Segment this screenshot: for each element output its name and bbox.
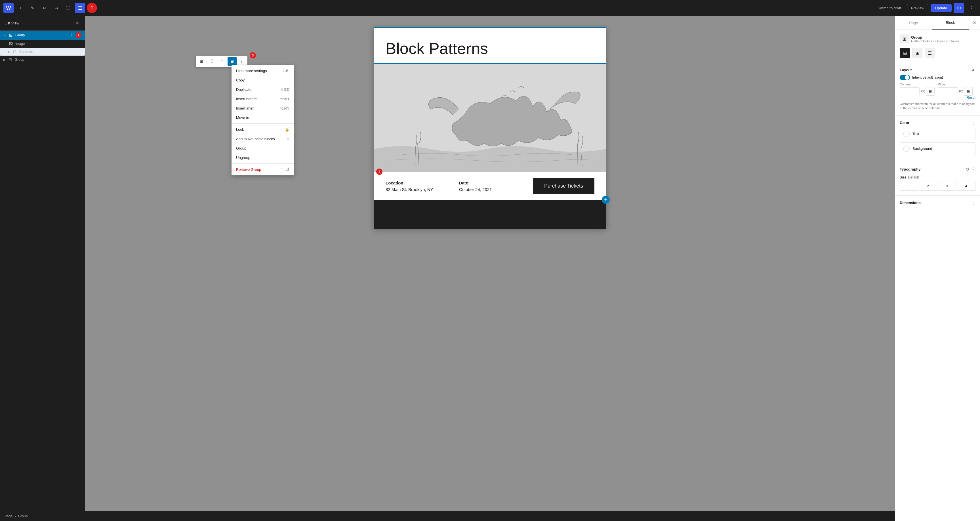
- layout-stack-icon-button[interactable]: ☰: [925, 48, 935, 58]
- text-color-dot: [904, 131, 910, 137]
- details-button[interactable]: ⓘ: [63, 3, 73, 13]
- group-block-type-icon: ⊞: [900, 34, 909, 43]
- update-button[interactable]: Update: [931, 4, 951, 12]
- text-color-row[interactable]: Text: [900, 128, 975, 140]
- menu-item-remove-group[interactable]: 4 Remove Group ⌃⌥Z: [232, 165, 294, 174]
- sidebar-close-button[interactable]: ✕: [74, 19, 80, 27]
- menu-item-add-reusable[interactable]: Add to Reusable blocks ◇: [232, 134, 294, 143]
- left-sidebar: List View ✕ ▼ ⊞ Group ⋮ 2 🖼 Image ▶ ⊟ Co…: [0, 16, 85, 521]
- add-block-button[interactable]: +: [15, 3, 25, 13]
- menu-item-hide-settings[interactable]: Hide more settings ⇧⌘,: [232, 66, 294, 75]
- layout-row-icon-button[interactable]: ⊞: [912, 48, 923, 58]
- layout-collapse-button[interactable]: ▲: [971, 67, 975, 72]
- badge-3-label: 3: [252, 54, 254, 57]
- wide-width-input[interactable]: [938, 88, 958, 96]
- menu-shortcut-insert-after: ⌥⌘Y: [280, 107, 290, 110]
- dimensions-options-button[interactable]: ⋮: [971, 200, 975, 206]
- group-block-name: Group: [911, 35, 975, 40]
- menu-item-copy[interactable]: Copy: [232, 75, 294, 85]
- move-up-button[interactable]: ⌃: [217, 57, 226, 66]
- menu-item-duplicate[interactable]: Duplicate ⇧⌘D: [232, 85, 294, 94]
- reset-typography-button[interactable]: ↺: [966, 167, 969, 172]
- font-size-3-button[interactable]: 3: [938, 182, 956, 191]
- breadcrumb-group[interactable]: Group: [18, 514, 27, 518]
- page-image-block: [374, 64, 606, 172]
- font-size-4-button[interactable]: 4: [957, 182, 975, 191]
- toolbar-divider-2: [227, 58, 227, 65]
- wordpress-logo: W: [3, 3, 14, 13]
- group2-block-icon: ⊞: [7, 57, 13, 62]
- content-width-input[interactable]: [900, 88, 920, 96]
- menu-item-group-items[interactable]: Group: [232, 143, 294, 153]
- menu-item-insert-after[interactable]: Insert after ⌥⌘Y: [232, 104, 294, 113]
- menu-item-hide-settings-label: Hide more settings: [236, 69, 267, 73]
- sidebar-item-columns[interactable]: ▶ ⊟ Columns: [0, 48, 85, 56]
- menu-item-ungroup-label: Ungroup: [236, 156, 250, 160]
- sidebar-group-label: Group: [15, 33, 68, 37]
- sidebar-group2-label: Group: [15, 57, 81, 62]
- top-toolbar: W + ✎ ↩ ↪ ⓘ ☰ 1 Switch to draft Preview …: [0, 0, 980, 16]
- align-button[interactable]: ▣: [228, 57, 237, 66]
- wide-width-label: Wide: [938, 83, 973, 86]
- typography-controls: ↺ ⋮: [966, 167, 975, 172]
- breadcrumb-bar: Page › Group: [0, 511, 895, 521]
- page-title: Block Patterns: [374, 27, 606, 64]
- dimensions-title: Dimensions: [900, 201, 921, 205]
- menu-item-lock-label: Lock: [236, 127, 244, 132]
- right-sidebar: Page Block ✕ ⊞ Group Gather blocks in a …: [895, 16, 980, 521]
- wide-width-icon-button[interactable]: ⊟: [964, 87, 973, 96]
- font-size-2-button[interactable]: 2: [919, 182, 937, 191]
- group-options-icon[interactable]: ⋮: [70, 33, 74, 38]
- size-label: Size: [900, 175, 906, 179]
- transform-block-button[interactable]: ⊞: [197, 57, 206, 66]
- menu-shortcut-insert-before: ⌥⌘T: [280, 97, 290, 101]
- sidebar-item-group2[interactable]: ▶ ⊞ Group: [0, 56, 85, 64]
- switch-to-draft-button[interactable]: Switch to draft: [874, 4, 904, 12]
- reset-width-button[interactable]: Reset: [900, 96, 975, 100]
- purchase-tickets-button[interactable]: Purchase Tickets: [533, 178, 594, 194]
- inherit-layout-toggle[interactable]: [900, 75, 910, 80]
- tab-page[interactable]: Page: [895, 16, 932, 30]
- close-sidebar-button[interactable]: ✕: [969, 16, 980, 30]
- page-content: Block Patterns: [374, 27, 606, 229]
- menu-item-remove-group-label: Remove Group: [236, 167, 261, 172]
- background-color-row[interactable]: Background: [900, 142, 975, 155]
- menu-item-insert-before[interactable]: Insert before ⌥⌘T: [232, 94, 294, 104]
- breadcrumb-page[interactable]: Page: [5, 514, 13, 518]
- preview-button[interactable]: Preview: [907, 4, 928, 12]
- more-options-button[interactable]: ⋮: [966, 3, 977, 13]
- content-width-icon-button[interactable]: ⊟: [926, 87, 935, 96]
- settings-button[interactable]: ⚙: [954, 3, 964, 13]
- sidebar-header: List View ✕: [0, 16, 85, 31]
- tab-block[interactable]: Block: [932, 16, 969, 30]
- undo-button[interactable]: ↩: [39, 3, 49, 13]
- menu-item-ungroup[interactable]: Ungroup: [232, 153, 294, 163]
- notification-badge: 1: [87, 3, 97, 13]
- redo-button[interactable]: ↪: [51, 3, 61, 13]
- more-block-options-button[interactable]: ⋮: [237, 57, 246, 66]
- layout-description: Customize the width for all elements tha…: [900, 102, 975, 111]
- typography-options-button[interactable]: ⋮: [971, 167, 975, 172]
- menu-item-insert-before-label: Insert before: [236, 97, 257, 101]
- dimensions-section: Dimensions ⋮: [895, 196, 980, 210]
- menu-item-lock[interactable]: Lock 🔒: [232, 125, 294, 134]
- purchase-button-area: Purchase Tickets: [532, 178, 594, 194]
- date-value: October 24, 2021: [459, 187, 521, 192]
- layout-section-header: Layout ▲: [900, 67, 975, 72]
- chevron-down-icon: ▼: [3, 34, 6, 37]
- list-view-button[interactable]: ☰: [75, 3, 85, 13]
- sidebar-item-group[interactable]: ▼ ⊞ Group ⋮ 2: [0, 31, 85, 40]
- layout-block-icon-button[interactable]: ⊟: [900, 48, 910, 58]
- font-size-1-button[interactable]: 1: [900, 182, 918, 191]
- badge-4-label: 4: [379, 170, 380, 174]
- drag-handle-button[interactable]: ⠿: [207, 57, 216, 66]
- content-width-label: Content: [900, 83, 935, 86]
- color-section-options-button[interactable]: ⋮: [971, 120, 975, 126]
- layout-icons-row: ⊟ ⊞ ☰: [895, 48, 980, 63]
- sidebar-item-image[interactable]: 🖼 Image: [0, 40, 85, 48]
- edit-button[interactable]: ✎: [27, 3, 37, 13]
- menu-item-move-to[interactable]: Move to: [232, 113, 294, 122]
- layout-section-title: Layout: [900, 68, 912, 72]
- add-block-after-button[interactable]: +: [602, 196, 610, 204]
- size-default-label: Default: [908, 175, 919, 179]
